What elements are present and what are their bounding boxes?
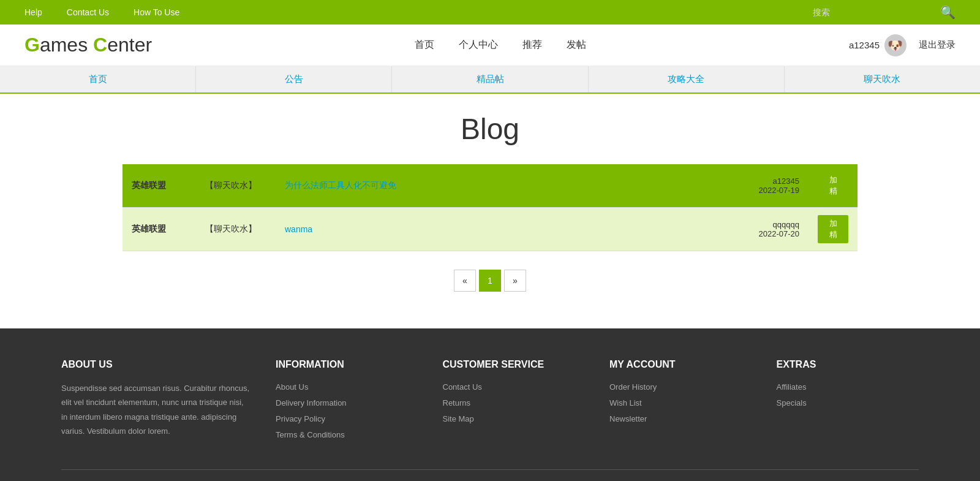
header-right: a12345 🐶 退出登录 <box>849 34 956 56</box>
nav-recommend[interactable]: 推荐 <box>522 39 542 51</box>
blog-title: Blog <box>123 112 858 146</box>
footer-affiliates-link[interactable]: Affiliates <box>777 382 807 392</box>
user-info: a12345 🐶 <box>849 34 907 56</box>
top-bar-links: Help Contact Us How To Use <box>24 7 179 17</box>
secnav-chat[interactable]: 聊天吹水 <box>785 66 980 93</box>
help-link[interactable]: Help <box>24 7 42 17</box>
post-category: 英雄联盟 <box>123 208 196 251</box>
post-title-cell: 为什么法师工具人化不可避免 <box>276 164 698 208</box>
post-date: 2022-07-20 <box>759 229 800 238</box>
footer-information-links: About Us Delivery Information Privacy Po… <box>276 381 418 440</box>
post-tag: 【聊天吹水】 <box>196 164 276 208</box>
main-content: Blog 英雄联盟 【聊天吹水】 为什么法师工具人化不可避免 a12345 20… <box>0 94 980 328</box>
footer-terms-link[interactable]: Terms & Conditions <box>276 430 345 439</box>
footer-cs-title: CUSTOMER SERVICE <box>443 359 586 370</box>
search-icon[interactable]: 🔍 <box>940 5 956 20</box>
top-bar: Help Contact Us How To Use 🔍 <box>0 0 980 25</box>
footer-account-links: Order History Wish List Newsletter <box>609 381 752 424</box>
footer-cs-sitemap-link[interactable]: Site Map <box>443 414 474 423</box>
footer-cs-contact-link[interactable]: Contact Us <box>443 382 482 392</box>
pagination: « 1 » <box>123 270 858 292</box>
post-tag: 【聊天吹水】 <box>196 208 276 251</box>
how-to-use-link[interactable]: How To Use <box>134 7 179 17</box>
footer-wish-list-link[interactable]: Wish List <box>609 398 642 407</box>
secnav-strategy[interactable]: 攻略大全 <box>589 66 785 93</box>
footer-about-us-link[interactable]: About Us <box>276 382 308 392</box>
footer-cs-links: Contact Us Returns Site Map <box>443 381 586 424</box>
pagination-prev[interactable]: « <box>454 270 476 292</box>
secnav-home[interactable]: 首页 <box>0 66 196 93</box>
post-author: qqqqqq <box>773 220 799 229</box>
table-row: 英雄联盟 【聊天吹水】 wanma qqqqqq 2022-07-20 加精 <box>123 208 858 251</box>
header: Games Center 首页 个人中心 推荐 发帖 a12345 🐶 退出登录 <box>0 25 980 66</box>
footer-extras-links: Affiliates Specials <box>777 381 919 408</box>
logo[interactable]: Games Center <box>24 34 152 56</box>
footer-bottom: Copyright © 2015.Company name All rights… <box>61 469 919 481</box>
nav-profile[interactable]: 个人中心 <box>459 39 498 51</box>
search-input[interactable] <box>813 7 935 17</box>
footer-about-title: ABOUT US <box>61 359 251 370</box>
footer-about: ABOUT US Suspendisse sed accumsan risus.… <box>61 359 251 445</box>
logout-button[interactable]: 退出登录 <box>919 39 956 51</box>
pagination-current[interactable]: 1 <box>479 270 501 292</box>
nav-home[interactable]: 首页 <box>415 39 434 51</box>
footer-information-title: INFORMATION <box>276 359 418 370</box>
footer-about-text: Suspendisse sed accumsan risus. Curabitu… <box>61 381 251 439</box>
footer-order-history-link[interactable]: Order History <box>609 382 657 392</box>
footer-information: INFORMATION About Us Delivery Informatio… <box>276 359 418 445</box>
footer-extras-title: EXTRAS <box>777 359 919 370</box>
post-title-cell: wanma <box>276 208 698 251</box>
pin-button[interactable]: 加精 <box>818 215 848 243</box>
footer-customer-service: CUSTOMER SERVICE Contact Us Returns Site… <box>443 359 586 445</box>
footer-cs-returns-link[interactable]: Returns <box>443 398 471 407</box>
footer-delivery-link[interactable]: Delivery Information <box>276 398 347 407</box>
secnav-featured[interactable]: 精品帖 <box>392 66 588 93</box>
nav-post[interactable]: 发帖 <box>567 39 586 51</box>
blog-table: 英雄联盟 【聊天吹水】 为什么法师工具人化不可避免 a12345 2022-07… <box>123 164 858 251</box>
top-bar-search-area: 🔍 <box>649 5 956 20</box>
post-title-link[interactable]: wanma <box>285 224 312 234</box>
avatar: 🐶 <box>884 34 907 56</box>
post-title-link[interactable]: 为什么法师工具人化不可避免 <box>285 180 396 190</box>
username: a12345 <box>849 40 880 50</box>
footer: ABOUT US Suspendisse sed accumsan risus.… <box>0 328 980 481</box>
footer-grid: ABOUT US Suspendisse sed accumsan risus.… <box>61 359 919 445</box>
table-row: 英雄联盟 【聊天吹水】 为什么法师工具人化不可避免 a12345 2022-07… <box>123 164 858 208</box>
header-nav: 首页 个人中心 推荐 发帖 <box>415 39 586 51</box>
post-meta: qqqqqq 2022-07-20 <box>698 208 809 251</box>
secnav-announcement[interactable]: 公告 <box>196 66 392 93</box>
post-action-cell: 加精 <box>809 164 858 208</box>
footer-my-account: MY ACCOUNT Order History Wish List Newsl… <box>609 359 752 445</box>
pagination-next[interactable]: » <box>504 270 526 292</box>
footer-privacy-link[interactable]: Privacy Policy <box>276 414 325 423</box>
post-date: 2022-07-19 <box>759 186 800 195</box>
footer-newsletter-link[interactable]: Newsletter <box>609 414 647 423</box>
post-author: a12345 <box>773 176 799 186</box>
footer-specials-link[interactable]: Specials <box>777 398 807 407</box>
pin-button[interactable]: 加精 <box>818 172 848 200</box>
footer-extras: EXTRAS Affiliates Specials <box>777 359 919 445</box>
post-action-cell: 加精 <box>809 208 858 251</box>
post-meta: a12345 2022-07-19 <box>698 164 809 208</box>
secondary-nav: 首页 公告 精品帖 攻略大全 聊天吹水 <box>0 66 980 94</box>
post-category: 英雄联盟 <box>123 164 196 208</box>
contact-us-link[interactable]: Contact Us <box>67 7 109 17</box>
footer-account-title: MY ACCOUNT <box>609 359 752 370</box>
